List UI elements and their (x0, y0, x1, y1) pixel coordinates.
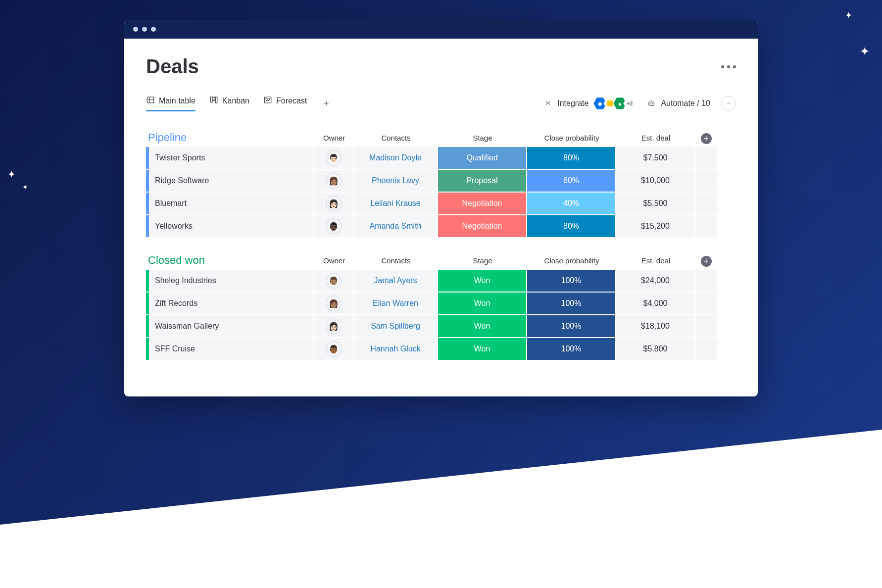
est-deal-cell[interactable]: $18,100 (616, 315, 694, 337)
stage-cell[interactable]: Won (438, 315, 526, 337)
stage-cell[interactable]: Won (438, 270, 526, 292)
owner-cell[interactable]: 👨🏿 (314, 215, 353, 237)
contact-cell[interactable]: Phoenix Levy (354, 170, 437, 192)
est-deal-cell[interactable]: $7,500 (616, 147, 694, 169)
stage-cell[interactable]: Won (438, 338, 526, 360)
automate-button[interactable]: Automate / 10 (647, 99, 710, 108)
deal-name-cell[interactable]: Waissman Gallery (146, 315, 313, 337)
column-header-owner[interactable]: Owner (314, 256, 354, 267)
group-title[interactable]: Pipeline (146, 131, 314, 144)
decoration-star: ✦ (22, 183, 28, 191)
contact-cell[interactable]: Jamal Ayers (354, 270, 437, 292)
svg-rect-0 (147, 97, 154, 103)
owner-cell[interactable]: 👨🏻 (314, 147, 353, 169)
table-row: Waissman Gallery👩🏻Sam SpillbergWon100%$1… (146, 315, 736, 337)
page-title: Deals (146, 55, 199, 78)
owner-cell[interactable]: 👩🏽 (314, 293, 353, 314)
add-column-button[interactable]: + (701, 133, 712, 144)
column-header-est-deal[interactable]: Est. deal (616, 134, 695, 144)
table-icon (146, 96, 155, 106)
view-tab-label: Main table (159, 97, 196, 105)
contact-cell[interactable]: Amanda Smith (354, 215, 437, 237)
column-header-est-deal[interactable]: Est. deal (616, 256, 695, 267)
chevron-up-icon (726, 100, 732, 106)
svg-rect-4 (213, 97, 215, 101)
deal-name-cell[interactable]: Zift Records (146, 293, 313, 314)
deal-name-cell[interactable]: Ridge Software (146, 170, 313, 192)
column-header-contacts[interactable]: Contacts (354, 134, 438, 144)
integrate-button[interactable]: Integrate ◆ ▲ +2 (543, 97, 636, 110)
deal-name-cell[interactable]: SFF Cruise (146, 338, 313, 360)
close-probability-cell[interactable]: 100% (527, 338, 615, 360)
collapse-button[interactable] (721, 96, 736, 111)
decoration-star: ✦ (845, 10, 852, 21)
contact-cell[interactable]: Elian Warren (354, 293, 437, 314)
integration-badge-more[interactable]: +2 (623, 97, 636, 110)
close-probability-cell[interactable]: 100% (527, 293, 615, 314)
owner-cell[interactable]: 👨🏽 (314, 270, 353, 292)
deal-name-cell[interactable]: Twister Sports (146, 147, 313, 169)
avatar: 👨🏻 (326, 150, 342, 166)
close-probability-cell[interactable]: 100% (527, 315, 615, 337)
avatar: 👩🏽 (326, 295, 342, 311)
est-deal-cell[interactable]: $4,000 (616, 293, 694, 314)
deal-name-cell[interactable]: Sheleg Industries (146, 270, 313, 292)
est-deal-cell[interactable]: $15,200 (616, 215, 694, 237)
column-header-owner[interactable]: Owner (314, 134, 354, 144)
decoration-star: ✦ (860, 45, 870, 58)
owner-cell[interactable]: 👩🏽 (314, 170, 353, 192)
stage-cell[interactable]: Proposal (438, 170, 526, 192)
est-deal-cell[interactable]: $24,000 (616, 270, 694, 292)
stage-cell[interactable]: Negotiation (438, 215, 526, 237)
window-titlebar (124, 20, 758, 39)
contact-cell[interactable]: Hannah Gluck (354, 338, 437, 360)
owner-cell[interactable]: 👩🏻 (314, 193, 353, 214)
avatar: 👨🏿 (326, 218, 342, 234)
blank-cell (695, 338, 717, 360)
group-closed-won: Closed wonOwnerContactsStageClose probab… (146, 254, 736, 360)
blank-cell (695, 170, 717, 192)
deal-name-cell[interactable]: Yelloworks (146, 215, 313, 237)
column-header-close-probability[interactable]: Close probability (527, 256, 616, 267)
more-options-button[interactable] (721, 65, 736, 68)
blank-cell (695, 147, 717, 169)
svg-rect-8 (649, 102, 654, 106)
column-header-stage[interactable]: Stage (438, 256, 527, 267)
stage-cell[interactable]: Won (438, 293, 526, 314)
blank-cell (695, 293, 717, 314)
owner-cell[interactable]: 👨🏾 (314, 338, 353, 360)
add-column-button[interactable]: + (701, 256, 712, 267)
column-header-stage[interactable]: Stage (438, 134, 527, 144)
contact-cell[interactable]: Leilani Krause (354, 193, 437, 214)
window-control-minimize[interactable] (142, 27, 147, 32)
close-probability-cell[interactable]: 80% (527, 147, 615, 169)
window-control-zoom[interactable] (151, 27, 156, 32)
close-probability-cell[interactable]: 40% (527, 193, 615, 214)
view-tab-main-table[interactable]: Main table (146, 96, 196, 111)
avatar: 👩🏻 (326, 318, 342, 334)
close-probability-cell[interactable]: 100% (527, 270, 615, 292)
deal-name-cell[interactable]: Bluemart (146, 193, 313, 214)
app-window: Deals Main tableKanbanForecast+ Integrat… (124, 20, 758, 396)
stage-cell[interactable]: Qualified (438, 147, 526, 169)
svg-rect-5 (216, 97, 217, 103)
avatar: 👩🏻 (326, 196, 342, 211)
owner-cell[interactable]: 👩🏻 (314, 315, 353, 337)
view-tab-forecast[interactable]: Forecast (263, 96, 307, 111)
svg-point-10 (652, 103, 653, 104)
contact-cell[interactable]: Madison Doyle (354, 147, 437, 169)
view-tab-kanban[interactable]: Kanban (209, 96, 249, 111)
est-deal-cell[interactable]: $5,800 (616, 338, 694, 360)
contact-cell[interactable]: Sam Spillberg (354, 315, 437, 337)
column-header-contacts[interactable]: Contacts (354, 256, 438, 267)
est-deal-cell[interactable]: $5,500 (616, 193, 694, 214)
stage-cell[interactable]: Negotiation (438, 193, 526, 214)
column-header-close-probability[interactable]: Close probability (527, 134, 616, 144)
table-row: Yelloworks👨🏿Amanda SmithNegotiation80%$1… (146, 215, 736, 237)
add-view-button[interactable]: + (321, 98, 332, 109)
est-deal-cell[interactable]: $10,000 (616, 170, 694, 192)
group-title[interactable]: Closed won (146, 254, 314, 267)
window-control-close[interactable] (133, 27, 138, 32)
close-probability-cell[interactable]: 80% (527, 215, 615, 237)
close-probability-cell[interactable]: 60% (527, 170, 615, 192)
